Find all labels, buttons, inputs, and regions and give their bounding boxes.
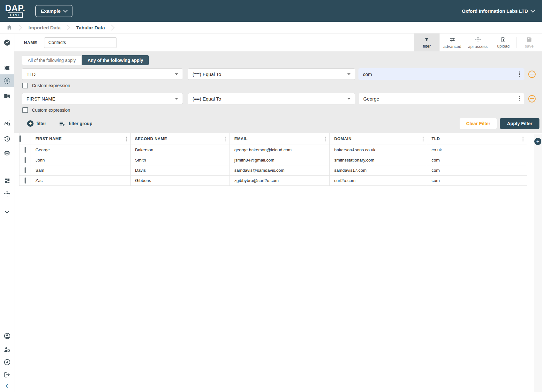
table-cell: zgibbybro@surf2u.com [230,176,330,186]
insights-icon[interactable] [0,36,14,49]
query-stats-icon[interactable] [0,117,14,130]
field-select-1-value: TLD [26,72,35,77]
caret-down-icon [347,73,350,75]
table-cell: smithsstationary.com [330,155,427,165]
column-menu-icon[interactable] [421,135,425,143]
table-cell: Zac [31,176,131,186]
logo-sub-text: LIVE [8,12,23,18]
table-row: SamDavissamdavis@samdavis.comsamdavis17.… [19,165,527,176]
memory-chip-icon[interactable] [0,147,14,160]
table-cell: george.bakerson@icloud.com [230,145,330,155]
column-header-label: EMAIL [234,137,248,141]
column-header-label: TLD [432,137,440,141]
app-window: DAP. LIVE Example Oxford Information Lab… [0,0,542,392]
caret-down-icon [347,98,350,100]
dashboard-icon[interactable] [0,174,14,187]
explore-icon[interactable] [0,356,14,368]
table-header-row: FIRST NAMESECOND NAMEEMAILDOMAINTLD [19,133,527,145]
right-rail: + [534,134,542,392]
row-checkbox[interactable] [25,147,26,153]
custom-expression-checkbox-1[interactable] [22,83,28,88]
column-menu-icon[interactable] [323,135,328,143]
column-header-label: FIRST NAME [35,137,62,141]
upload-button-label: upload [497,44,509,49]
chevron-down-icon[interactable] [0,206,14,218]
breadcrumb: Imported Data Tabular Data [0,22,542,34]
column-menu-icon[interactable] [124,135,129,143]
select-all-checkbox[interactable] [19,135,21,142]
operator-select-1[interactable]: (==) Equal To [188,68,355,80]
field-select-2[interactable]: FIRST NAME [22,93,183,104]
row-checkbox[interactable] [25,157,26,163]
save-icon [526,36,532,43]
table-cell: co.uk [427,145,527,155]
filter-row-1: TLD (==) Equal To com [22,68,539,80]
import-target-icon[interactable] [0,74,14,87]
table-cell: com [427,155,527,165]
org-name: Oxford Information Labs LTD [462,8,528,14]
sidebar-bottom-group [0,329,14,392]
logo-main-text: DAP. [5,4,25,12]
apply-filter-button[interactable]: Apply Filter [500,118,539,129]
row-checkbox[interactable] [25,167,26,173]
account-icon[interactable] [0,329,14,342]
table-cell: jsmith84@gmail.com [230,155,330,165]
column-menu-icon[interactable] [223,135,228,143]
sidebar-collapse-button[interactable] [0,381,14,391]
manage-accounts-icon[interactable] [0,343,14,356]
filter-button-label: filter [423,44,431,49]
operator-select-2[interactable]: (==) Equal To [188,93,355,104]
custom-expression-label-2: Custom expression [32,108,70,113]
upload-button[interactable]: upload [491,34,516,51]
org-menu[interactable]: Oxford Information Labs LTD [462,8,534,14]
table-cell: Smith [131,155,230,165]
dataset-name-input[interactable] [44,37,117,48]
row-checkbox[interactable] [25,177,26,184]
table-cell: Sam [31,165,131,176]
value-menu-icon[interactable] [517,95,522,103]
value-input-1[interactable]: com [358,68,524,80]
dns-icon[interactable] [0,62,14,74]
dataset-toolbar: NAME filter advanced api access [14,34,542,51]
advanced-button-label: advanced [443,44,461,49]
value-input-2[interactable]: George [358,93,524,104]
column-header-first-name: FIRST NAME [31,133,131,145]
table-cell: samdavis17.com [330,165,427,176]
custom-expression-checkbox-2[interactable] [22,107,28,113]
field-select-1[interactable]: TLD [22,68,183,80]
any-apply-toggle[interactable]: Any of the following apply [82,55,149,65]
api-access-button[interactable]: api access [465,34,491,51]
breadcrumb-separator-icon [16,25,22,30]
home-icon[interactable] [6,24,13,31]
history-icon[interactable] [0,132,14,145]
operator-select-2-value: (==) Equal To [192,96,221,102]
table-row: GeorgeBakersongeorge.bakerson@icloud.com… [19,145,527,155]
table-cell: Gibbons [131,176,230,186]
all-apply-toggle[interactable]: All of the following apply [22,55,82,65]
folder-shared-icon[interactable] [0,90,14,102]
advanced-button[interactable]: advanced [440,34,465,51]
add-filter-label: filter [36,121,46,126]
save-button[interactable]: save [516,34,542,51]
breadcrumb-imported-data[interactable]: Imported Data [28,25,61,30]
add-filter-button[interactable]: + filter [27,120,46,127]
clear-filter-button[interactable]: Clear Filter [460,118,497,129]
remove-filter-1-button[interactable] [528,71,536,78]
table-cell: samdavis@samdavis.com [230,165,330,176]
logout-icon[interactable] [0,368,14,381]
column-menu-icon[interactable] [521,135,525,143]
breadcrumb-tabular-data[interactable]: Tabular Data [76,25,105,30]
table-cell: Bakerson [131,145,230,155]
api-move-icon[interactable] [0,187,14,200]
value-input-2-text: George [363,96,379,102]
upload-icon [500,36,507,43]
value-menu-icon[interactable] [517,70,522,78]
add-column-button[interactable]: + [534,138,541,145]
table-cell: George [31,145,131,155]
filter-button[interactable]: filter [414,34,440,51]
remove-filter-2-button[interactable] [528,95,536,102]
add-filter-group-button[interactable]: filter group [59,120,92,127]
project-selector-button[interactable]: Example [35,5,72,17]
filter-group-icon [59,120,66,127]
custom-expression-label-1: Custom expression [32,83,70,88]
